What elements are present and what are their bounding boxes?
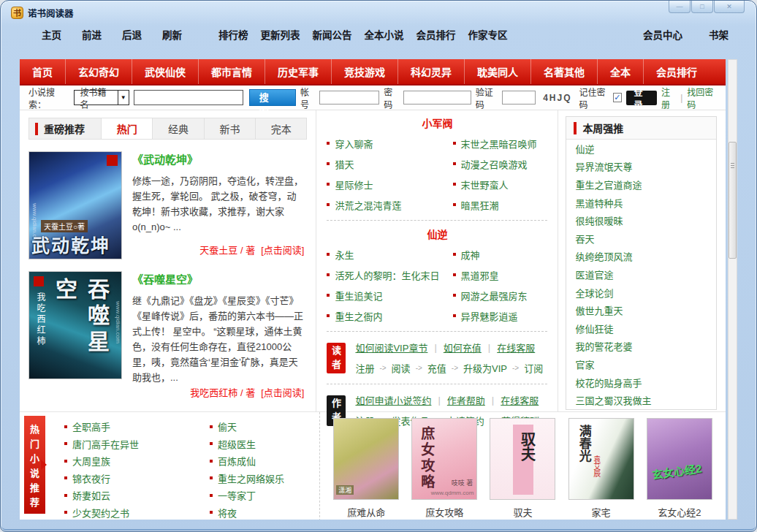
toolbar-item[interactable]: 后退 [122, 30, 142, 41]
toolbar-item[interactable]: 新闻公告 [313, 30, 352, 41]
novel-link[interactable]: 星际修士 [327, 174, 452, 194]
help-link[interactable]: 如何充值 [444, 341, 482, 354]
novel-link[interactable]: 猎天 [327, 153, 452, 174]
toolbar-item[interactable]: 更新列表 [261, 30, 300, 41]
hot-novel-link[interactable]: 全职高手 [64, 418, 210, 436]
cover-image[interactable]: 玄女心经2 [647, 418, 712, 500]
step-link[interactable]: 充值 [427, 361, 446, 375]
toolbar-item[interactable]: 会员中心 [643, 30, 682, 41]
category-nav-item[interactable]: 会员排行 [644, 59, 710, 84]
cover-card[interactable]: 驭夫驭夫 [487, 418, 558, 520]
novel-link[interactable]: 黑道邪皇 [453, 265, 548, 285]
cover-image[interactable]: 驭夫 [490, 418, 555, 500]
novel-link[interactable]: 动漫之召唤游戏 [453, 153, 548, 174]
minimize-icon[interactable]: — [669, 1, 691, 13]
close-icon[interactable]: ✕ [714, 1, 745, 13]
hot-novel-link[interactable]: 娇妻如云 [64, 487, 210, 504]
book-cover[interactable]: www.qidian.com我吃西红柿吞噬星空 [28, 271, 122, 379]
chevron-down-icon[interactable]: ▼ [118, 91, 129, 104]
password-field[interactable] [403, 91, 471, 104]
step-link[interactable]: 升级为VIP [463, 361, 507, 375]
hot-novel-link[interactable]: 重生之网络娱乐 [210, 470, 319, 487]
book-title-link[interactable]: 《武动乾坤》 [132, 151, 304, 167]
remember-checkbox[interactable]: ✓ [613, 93, 621, 102]
cover-card[interactable]: 玄女心经2玄女心经2 [644, 418, 715, 520]
weekly-novel-link[interactable]: 吞天 [566, 229, 716, 248]
weekly-novel-link[interactable]: 三国之蜀汉我做主 [566, 391, 716, 409]
recover-password-link[interactable]: 找回密码 [687, 86, 717, 110]
category-nav-item[interactable]: 首页 [20, 59, 66, 84]
help-link[interactable]: 在线客服 [497, 341, 535, 354]
category-nav-item[interactable]: 名著其他 [531, 59, 598, 84]
book-title-link[interactable]: 《吞噬星空》 [132, 271, 304, 286]
step-link[interactable]: 订阅 [524, 361, 543, 375]
book-cover[interactable]: www.qidian.com天蚕土豆○著武动乾坤 [28, 151, 122, 259]
toolbar-item[interactable]: 书架 [709, 30, 729, 41]
category-nav-item[interactable]: 耽美同人 [465, 59, 531, 84]
featured-tab[interactable]: 经典 [152, 118, 203, 139]
novel-link[interactable]: 重生之衙内 [327, 305, 452, 326]
hot-novel-link[interactable]: 一等家丁 [210, 487, 319, 504]
search-type-select[interactable]: 按书籍名 ▼ [74, 90, 129, 105]
hot-novel-link[interactable]: 锦衣夜行 [64, 470, 210, 487]
cover-image[interactable]: 庶女攻略吱吱 著www.qdmm.com [411, 418, 477, 500]
novel-link[interactable]: 穿入聊斋 [327, 133, 452, 153]
toolbar-item[interactable]: 全本小说 [365, 30, 404, 41]
weekly-novel-link[interactable]: 黑道特种兵 [566, 194, 716, 212]
account-field[interactable] [319, 91, 379, 104]
search-input[interactable] [134, 90, 243, 105]
step-link[interactable]: 注册 [355, 361, 374, 375]
weekly-novel-link[interactable]: 仙逆 [566, 140, 716, 158]
category-nav-item[interactable]: 武侠仙侠 [132, 59, 199, 84]
hot-novel-link[interactable]: 大周皇族 [64, 452, 210, 470]
scrollbar-thumb[interactable] [729, 142, 737, 259]
cover-card[interactable]: 潇湘庶难从命 [331, 418, 401, 520]
toolbar-item[interactable]: 作家专区 [468, 30, 508, 41]
weekly-novel-link[interactable]: 官家 [566, 355, 716, 373]
category-nav-item[interactable]: 全本 [598, 59, 644, 84]
novel-link[interactable]: 暗黑狂潮 [453, 194, 548, 215]
weekly-novel-link[interactable]: 我的警花老婆 [566, 338, 716, 356]
page-scrollbar[interactable] [728, 59, 737, 520]
step-link[interactable]: 阅读 [392, 361, 411, 375]
toolbar-item[interactable]: 排行榜 [218, 30, 248, 41]
hot-novel-link[interactable]: 偷天 [210, 418, 319, 436]
novel-link[interactable]: 网游之最强房东 [453, 285, 548, 305]
hot-novel-link[interactable]: 百炼成仙 [210, 452, 319, 470]
toolbar-item[interactable]: 前进 [82, 30, 102, 41]
hot-novel-link[interactable]: 将夜 [210, 504, 319, 520]
hot-novel-link[interactable]: 超级医生 [210, 436, 319, 453]
weekly-novel-link[interactable]: 校花的贴身高手 [566, 373, 716, 392]
toolbar-item[interactable]: 主页 [42, 30, 61, 41]
help-link[interactable]: 作者帮助 [447, 393, 485, 407]
novel-link[interactable]: 末世野蛮人 [453, 174, 548, 194]
novel-link[interactable]: 异界魅影逍遥 [453, 305, 548, 326]
weekly-novel-link[interactable]: 全球论剑 [566, 284, 716, 302]
toolbar-item[interactable]: 刷新 [162, 30, 182, 41]
weekly-novel-link[interactable]: 纨绔绝顶风流 [566, 248, 716, 266]
novel-link[interactable]: 活死人的黎明：生化末日 [327, 265, 452, 285]
read-now-link[interactable]: [点击阅读] [261, 387, 304, 398]
cover-image[interactable]: 潇湘 [333, 418, 399, 500]
maximize-icon[interactable]: □ [691, 1, 713, 13]
weekly-novel-link[interactable]: 医道官途 [566, 265, 716, 284]
weekly-novel-link[interactable]: 傲世九重天 [566, 301, 716, 319]
category-nav-item[interactable]: 玄幻奇幻 [66, 59, 132, 84]
hot-novel-vertical-tab[interactable]: 热门小说推荐 [24, 416, 45, 514]
cover-card[interactable]: 庶女攻略吱吱 著www.qdmm.com庶女攻略 [409, 418, 479, 520]
help-link[interactable]: 如何申请小说签约 [355, 393, 431, 407]
featured-tab[interactable]: 新书 [204, 118, 255, 139]
register-link[interactable]: 注册 [661, 86, 676, 110]
novel-link[interactable]: 重生追美记 [327, 285, 452, 305]
category-nav-item[interactable]: 竞技游戏 [332, 59, 398, 84]
toolbar-item[interactable]: 会员排行 [416, 30, 456, 41]
weekly-novel-link[interactable]: 很纯很暧昧 [566, 211, 716, 229]
novel-link[interactable]: 洪荒之混沌青莲 [327, 194, 452, 215]
novel-link[interactable]: 成神 [453, 244, 548, 265]
login-button[interactable]: 登录 [626, 91, 657, 105]
help-link[interactable]: 在线客服 [501, 393, 539, 407]
captcha-field[interactable] [502, 91, 536, 104]
hot-novel-link[interactable]: 少女契约之书 [64, 504, 210, 520]
novel-link[interactable]: 末世之黑暗召唤师 [453, 133, 548, 153]
read-now-link[interactable]: [点击阅读] [261, 245, 304, 256]
